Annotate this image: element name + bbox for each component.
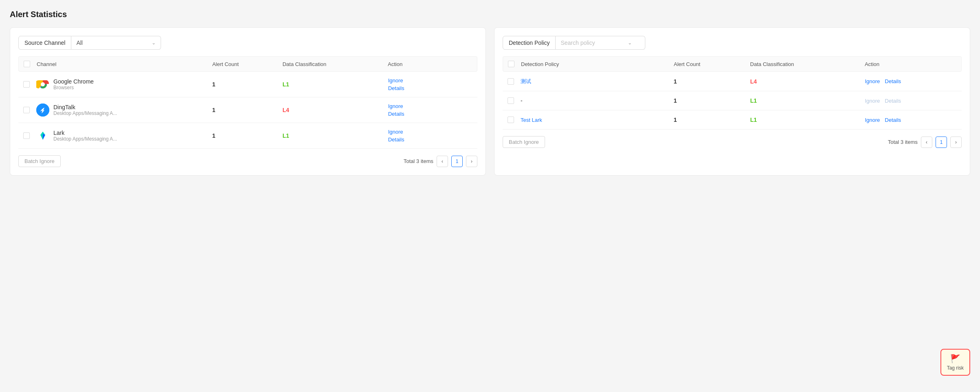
channel-sub-dingtalk: Desktop Apps/Messaging A... bbox=[53, 110, 117, 116]
channel-sub-lark: Desktop Apps/Messaging A... bbox=[53, 136, 117, 142]
ignore-dash[interactable]: Ignore bbox=[865, 98, 880, 104]
alert-count-dash: 1 bbox=[673, 97, 750, 104]
left-panel: Source Channel All ⌄ Channel Alert Count… bbox=[10, 27, 486, 176]
policy-link-test-cn[interactable]: 测试 bbox=[521, 78, 531, 84]
actions-dingtalk: Ignore Details bbox=[388, 103, 472, 117]
chevron-down-icon: ⌄ bbox=[628, 40, 632, 46]
right-table-footer: Batch Ignore Total 3 items ‹ 1 › bbox=[503, 136, 962, 148]
left-table-footer: Batch Ignore Total 3 items ‹ 1 › bbox=[18, 155, 477, 167]
current-page-left[interactable]: 1 bbox=[451, 156, 463, 167]
channel-name-dingtalk: DingTalk bbox=[53, 104, 117, 110]
data-class-test-cn: L4 bbox=[750, 78, 865, 85]
data-class-dash: L1 bbox=[750, 97, 865, 104]
details-test-cn[interactable]: Details bbox=[885, 78, 901, 84]
dingtalk-icon bbox=[36, 104, 49, 117]
table-row: Google Chrome Browsers 1 L1 Ignore Detai… bbox=[18, 72, 477, 97]
table-row: 测试 1 L4 Ignore Details bbox=[503, 72, 962, 91]
left-th-channel: Channel bbox=[37, 61, 212, 67]
alert-count-test-lark: 1 bbox=[673, 117, 750, 123]
checkbox-test-cn[interactable] bbox=[508, 78, 514, 85]
ignore-dingtalk[interactable]: Ignore bbox=[388, 103, 472, 109]
prev-page-btn-right[interactable]: ‹ bbox=[921, 137, 932, 148]
row-check-dash bbox=[508, 97, 521, 104]
table-row: Test Lark 1 L1 Ignore Details bbox=[503, 110, 962, 130]
google-chrome-icon bbox=[36, 78, 49, 91]
left-table: Channel Alert Count Data Classification … bbox=[18, 56, 477, 149]
table-row: DingTalk Desktop Apps/Messaging A... 1 L… bbox=[18, 97, 477, 123]
left-panel-header: Source Channel All ⌄ bbox=[18, 36, 477, 50]
row-check-lark bbox=[23, 132, 36, 139]
actions-dash: Ignore Details bbox=[865, 98, 957, 104]
prev-page-btn-left[interactable]: ‹ bbox=[437, 156, 448, 167]
policy-name-test-cn: 测试 bbox=[521, 77, 673, 85]
current-page-right[interactable]: 1 bbox=[936, 137, 947, 148]
next-page-btn-left[interactable]: › bbox=[466, 156, 477, 167]
batch-ignore-button-left[interactable]: Batch Ignore bbox=[18, 155, 61, 167]
policy-name-dash: - bbox=[521, 97, 673, 104]
actions-test-lark: Ignore Details bbox=[865, 117, 957, 123]
right-panel-header: Detection Policy Search policy ⌄ bbox=[503, 36, 962, 50]
channel-info-lark: Lark Desktop Apps/Messaging A... bbox=[36, 129, 212, 142]
next-page-btn-right[interactable]: › bbox=[950, 137, 962, 148]
checkbox-dash[interactable] bbox=[508, 97, 514, 104]
checkbox-lark[interactable] bbox=[23, 132, 30, 139]
right-total-items: Total 3 items bbox=[888, 139, 918, 145]
batch-ignore-button-right[interactable]: Batch Ignore bbox=[503, 136, 545, 148]
select-all-checkbox-right[interactable] bbox=[508, 61, 514, 67]
source-channel-value: All bbox=[76, 40, 83, 46]
detection-policy-search[interactable]: Search policy ⌄ bbox=[556, 36, 645, 50]
alert-count-google-chrome: 1 bbox=[212, 81, 283, 88]
details-dash[interactable]: Details bbox=[885, 98, 901, 104]
detection-policy-placeholder: Search policy bbox=[561, 40, 595, 46]
actions-lark: Ignore Details bbox=[388, 129, 472, 143]
right-th-policy: Detection Policy bbox=[521, 61, 674, 67]
actions-google-chrome: Ignore Details bbox=[388, 77, 472, 91]
channel-info-dingtalk: DingTalk Desktop Apps/Messaging A... bbox=[36, 104, 212, 117]
row-check-test-cn bbox=[508, 78, 521, 85]
right-panel: Detection Policy Search policy ⌄ Detecti… bbox=[494, 27, 970, 176]
channel-name-lark: Lark bbox=[53, 130, 117, 136]
left-header-check bbox=[24, 61, 37, 67]
left-table-header: Channel Alert Count Data Classification … bbox=[18, 56, 477, 72]
details-lark[interactable]: Details bbox=[388, 137, 472, 143]
table-row: Lark Desktop Apps/Messaging A... 1 L1 Ig… bbox=[18, 123, 477, 149]
checkbox-google-chrome[interactable] bbox=[23, 81, 30, 88]
chevron-down-icon: ⌄ bbox=[152, 40, 156, 46]
source-channel-select[interactable]: All ⌄ bbox=[71, 36, 161, 50]
alert-count-test-cn: 1 bbox=[673, 78, 750, 85]
select-all-checkbox-left[interactable] bbox=[24, 61, 30, 67]
right-table-header: Detection Policy Alert Count Data Classi… bbox=[503, 56, 962, 72]
ignore-google-chrome[interactable]: Ignore bbox=[388, 77, 472, 84]
left-th-alert-count: Alert Count bbox=[212, 61, 283, 67]
details-test-lark[interactable]: Details bbox=[885, 117, 901, 123]
right-pagination: Total 3 items ‹ 1 › bbox=[888, 137, 962, 148]
data-class-test-lark: L1 bbox=[750, 117, 865, 123]
policy-link-test-lark[interactable]: Test Lark bbox=[521, 117, 542, 123]
row-check-test-lark bbox=[508, 117, 521, 123]
row-check-google-chrome bbox=[23, 81, 36, 88]
svg-point-2 bbox=[41, 82, 45, 86]
ignore-lark[interactable]: Ignore bbox=[388, 129, 472, 135]
actions-test-cn: Ignore Details bbox=[865, 78, 957, 84]
ignore-test-lark[interactable]: Ignore bbox=[865, 117, 880, 123]
right-th-alert-count: Alert Count bbox=[674, 61, 750, 67]
details-google-chrome[interactable]: Details bbox=[388, 85, 472, 91]
page-title: Alert Statistics bbox=[10, 10, 970, 19]
channel-info-google-chrome: Google Chrome Browsers bbox=[36, 78, 212, 91]
table-row: - 1 L1 Ignore Details bbox=[503, 91, 962, 110]
policy-name-test-lark: Test Lark bbox=[521, 116, 673, 123]
checkbox-dingtalk[interactable] bbox=[23, 107, 30, 113]
channel-name-google-chrome: Google Chrome bbox=[53, 78, 94, 85]
details-dingtalk[interactable]: Details bbox=[388, 111, 472, 117]
left-th-data-class: Data Classification bbox=[283, 61, 388, 67]
alert-count-lark: 1 bbox=[212, 132, 283, 139]
source-channel-label: Source Channel bbox=[18, 36, 71, 50]
checkbox-test-lark[interactable] bbox=[508, 117, 514, 123]
alert-count-dingtalk: 1 bbox=[212, 107, 283, 113]
ignore-test-cn[interactable]: Ignore bbox=[865, 78, 880, 84]
right-header-check bbox=[508, 61, 521, 67]
channel-sub-google-chrome: Browsers bbox=[53, 85, 94, 90]
data-class-dingtalk: L4 bbox=[283, 107, 388, 113]
left-pagination: Total 3 items ‹ 1 › bbox=[404, 156, 477, 167]
left-th-action: Action bbox=[388, 61, 472, 67]
